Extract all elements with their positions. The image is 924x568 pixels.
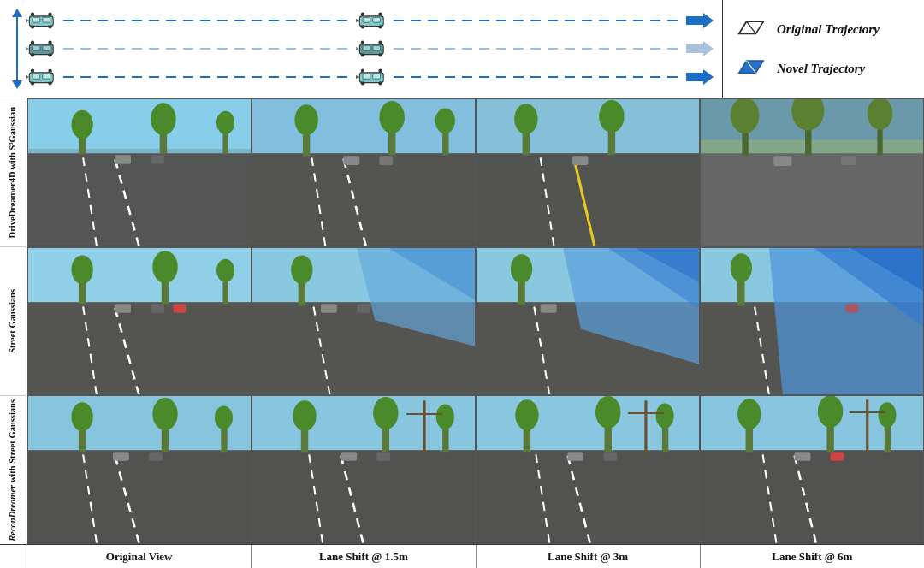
svg-rect-10 <box>373 18 381 23</box>
novel-trajectory-label: Novel Trajectory <box>777 62 865 76</box>
svg-rect-139 <box>845 304 858 313</box>
svg-marker-7 <box>26 19 29 22</box>
svg-point-3 <box>31 25 34 28</box>
svg-marker-15 <box>356 19 359 22</box>
svg-rect-43 <box>363 74 370 79</box>
col-label-offset <box>0 545 27 568</box>
svg-rect-79 <box>343 156 359 165</box>
svg-marker-50 <box>686 69 714 85</box>
svg-rect-131 <box>541 304 557 313</box>
svg-point-62 <box>151 103 175 135</box>
svg-point-86 <box>599 100 624 133</box>
svg-point-23 <box>48 40 51 44</box>
legend-area: Original Trajectory Novel Trajectory <box>723 0 924 98</box>
svg-point-172 <box>595 396 620 429</box>
car-icon-2 <box>356 11 388 30</box>
svg-rect-102 <box>28 302 251 394</box>
svg-line-52 <box>747 21 756 33</box>
svg-rect-193 <box>794 453 810 462</box>
svg-point-60 <box>71 110 92 139</box>
svg-rect-99 <box>773 156 791 166</box>
row-label-2: Street Gaussians <box>8 289 19 353</box>
svg-point-13 <box>361 13 364 16</box>
svg-point-146 <box>152 398 177 430</box>
svg-rect-82 <box>477 153 699 246</box>
svg-rect-121 <box>321 304 337 313</box>
svg-rect-141 <box>28 396 251 458</box>
svg-point-31 <box>378 40 382 44</box>
svg-marker-49 <box>356 74 359 78</box>
svg-rect-154 <box>252 451 475 543</box>
dashed-line-mid-1 <box>63 48 351 50</box>
svg-point-144 <box>71 403 92 432</box>
svg-marker-32 <box>356 47 359 50</box>
arrow-right-solid-top <box>686 12 714 29</box>
svg-rect-182 <box>701 451 923 543</box>
svg-rect-2 <box>43 18 50 23</box>
svg-rect-80 <box>379 156 393 165</box>
svg-point-45 <box>361 81 364 85</box>
svg-point-84 <box>514 104 537 134</box>
svg-point-160 <box>436 405 454 429</box>
trajectory-row-bottom <box>26 65 714 89</box>
legend-item-novel: Novel Trajectory <box>736 56 911 80</box>
svg-point-106 <box>152 251 177 283</box>
svg-point-21 <box>48 53 51 56</box>
col-label-cell-1: Original View <box>27 545 252 568</box>
dashed-line-bot-2 <box>394 76 681 78</box>
vertical-arrow <box>10 9 24 89</box>
svg-rect-180 <box>603 453 617 462</box>
col-label-4: Lane Shift @ 6m <box>772 550 852 564</box>
image-cell-r1c2 <box>252 98 476 247</box>
svg-marker-16 <box>686 13 714 28</box>
col-label-cell-4: Lane Shift @ 6m <box>701 545 924 568</box>
svg-rect-70 <box>252 153 475 246</box>
svg-rect-67 <box>115 155 131 164</box>
image-cell-r3c2 <box>252 395 476 544</box>
original-trajectory-icon <box>736 17 767 41</box>
svg-rect-152 <box>149 453 163 462</box>
image-cell-r2c3 <box>476 247 700 396</box>
svg-rect-100 <box>841 156 856 165</box>
row-label-1: DriveDreamer4D with S³Gaussian <box>8 107 19 238</box>
svg-point-64 <box>216 111 234 134</box>
svg-point-20 <box>31 53 34 56</box>
arrow-right-solid-bottom <box>686 68 714 86</box>
svg-rect-18 <box>33 45 40 50</box>
svg-marker-33 <box>686 41 714 56</box>
svg-point-40 <box>48 68 51 72</box>
svg-point-5 <box>31 13 34 16</box>
col-label-2: Lane Shift @ 1.5m <box>319 550 408 564</box>
svg-rect-142 <box>28 451 251 543</box>
svg-point-29 <box>378 53 382 56</box>
image-cell-r3c1 <box>27 395 252 544</box>
svg-point-74 <box>379 101 404 133</box>
svg-point-148 <box>215 406 233 429</box>
svg-point-4 <box>48 25 51 28</box>
svg-point-188 <box>878 403 896 428</box>
arrow-head-down <box>12 80 22 89</box>
svg-point-76 <box>435 109 455 133</box>
svg-point-14 <box>378 13 382 16</box>
svg-point-22 <box>31 40 34 44</box>
car-icon-3 <box>26 39 58 58</box>
svg-rect-168 <box>477 451 699 543</box>
svg-point-28 <box>361 53 364 56</box>
svg-point-72 <box>294 104 317 135</box>
dashed-line-mid-2 <box>394 48 681 50</box>
svg-point-108 <box>216 258 234 281</box>
svg-rect-165 <box>341 453 357 462</box>
row-label-cell-3: ReconDreamer with Street Gaussians <box>0 396 27 544</box>
svg-marker-41 <box>26 74 29 78</box>
dashed-line-bot-1 <box>63 76 351 78</box>
image-cell-r1c1 <box>27 98 252 247</box>
original-trajectory-label: Original Trajectory <box>777 22 880 37</box>
svg-rect-44 <box>373 74 381 79</box>
svg-point-46 <box>378 81 382 85</box>
image-cell-r1c4 <box>700 98 924 247</box>
image-cell-r2c2 <box>252 247 476 396</box>
svg-point-138 <box>731 253 752 282</box>
col-label-cell-2: Lane Shift @ 1.5m <box>252 545 476 568</box>
svg-rect-89 <box>572 156 589 165</box>
svg-rect-81 <box>477 99 699 163</box>
